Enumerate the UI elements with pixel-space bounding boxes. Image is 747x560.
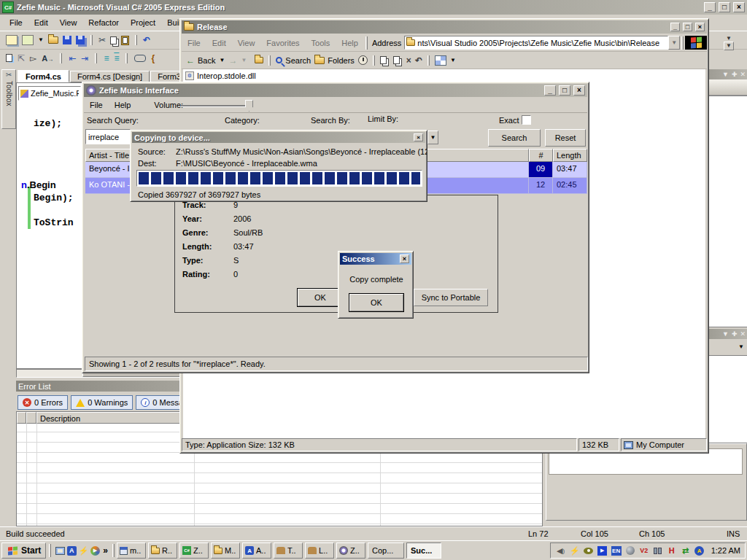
toolbox-tab[interactable]: ✂ Toolbox: [1, 69, 16, 129]
back-button[interactable]: ←Back: [186, 56, 215, 65]
winamp-tray-icon[interactable]: ⚡: [569, 545, 581, 556]
open-file-icon[interactable]: [48, 36, 58, 44]
explorer-menu-edit[interactable]: Edit: [206, 37, 232, 49]
volume-slider-thumb[interactable]: [245, 100, 253, 112]
file-item[interactable]: ⚙ Interop.stdole.dll: [185, 71, 256, 80]
explorer-menu-view[interactable]: View: [232, 37, 261, 49]
success-close-button[interactable]: ×: [400, 254, 409, 263]
language-indicator[interactable]: EN: [611, 545, 622, 556]
quicklaunch-aim-icon[interactable]: A: [66, 545, 77, 556]
dock-content-2[interactable]: [705, 355, 747, 443]
category-dropdown-icon[interactable]: ▼: [427, 131, 438, 144]
save-all-icon[interactable]: [76, 36, 85, 44]
outdent-icon[interactable]: ⇤: [69, 54, 76, 63]
explorer-titlebar[interactable]: Release _ □ ×: [182, 20, 707, 34]
sync-to-portable-button[interactable]: Sync to Portable: [414, 289, 488, 306]
quicklaunch-mediaplayer-icon[interactable]: ▶: [89, 545, 101, 556]
task-button-copying[interactable]: Cop...: [368, 542, 404, 559]
row2-number[interactable]: 12: [529, 178, 553, 194]
move-to-icon[interactable]: [380, 56, 387, 64]
errors-filter-button[interactable]: ✕ 0 Errors: [18, 395, 68, 410]
dock-menu-icon[interactable]: ▼: [722, 71, 729, 78]
error-col-icon[interactable]: [17, 412, 26, 424]
zefie-maximize-button[interactable]: □: [559, 85, 570, 96]
pin-icon[interactable]: ✚: [732, 330, 738, 338]
tab-form4-cs[interactable]: Form4.cs: [18, 70, 69, 82]
undo-icon[interactable]: ↶: [415, 56, 422, 65]
task-button-l[interactable]: L..: [305, 542, 334, 559]
vs-close-button[interactable]: ×: [733, 2, 745, 12]
error-col-order[interactable]: [26, 412, 36, 424]
find-symbol-icon[interactable]: A→: [42, 54, 53, 63]
up-icon[interactable]: ↑: [250, 55, 263, 66]
success-titlebar[interactable]: Success ×: [340, 253, 411, 265]
search-query-input[interactable]: irreplace: [85, 129, 131, 144]
undo-icon[interactable]: ↶: [143, 36, 150, 44]
globe-tray-icon[interactable]: [624, 545, 636, 556]
volume-slider-track[interactable]: [181, 105, 251, 106]
address-input[interactable]: nts\Visual Studio 2005\Projects\Zefie Mu…: [404, 36, 668, 50]
add-item-icon[interactable]: [22, 35, 34, 45]
reset-button[interactable]: Reset: [545, 129, 586, 147]
row2-length[interactable]: 02:45: [553, 178, 587, 194]
navigate-icon[interactable]: ⇱: [18, 54, 25, 63]
tab-form4-design[interactable]: Form4.cs [Design]: [70, 71, 150, 82]
dock-content[interactable]: [705, 96, 747, 327]
vs-menu-refactor[interactable]: Refactor: [82, 17, 125, 28]
add-item-dropdown-icon[interactable]: ▼: [38, 37, 44, 43]
vs-menu-edit[interactable]: Edit: [28, 17, 54, 28]
explorer-menu-favorites[interactable]: Favorites: [260, 37, 305, 49]
forward-dropdown-icon[interactable]: ▼: [241, 58, 247, 63]
copying-titlebar[interactable]: Copying to device... ×: [132, 132, 425, 143]
zefie-titlebar[interactable]: Zefie Music Interface _ □ ×: [84, 84, 587, 97]
copy-icon[interactable]: [110, 36, 117, 44]
overflow-grip-icon[interactable]: ▼: [724, 42, 734, 50]
explorer-minimize-button[interactable]: _: [670, 23, 680, 31]
back-dropdown-icon[interactable]: ▼: [219, 58, 225, 63]
success-ok-button[interactable]: OK: [349, 294, 403, 311]
brace-icon[interactable]: {: [151, 54, 155, 63]
explorer-menu-help[interactable]: Help: [336, 37, 364, 49]
row1-number[interactable]: 09: [529, 162, 553, 178]
vs-restore-button[interactable]: □: [719, 2, 730, 12]
task-button-success[interactable]: Suc...: [406, 542, 441, 559]
delete-icon[interactable]: ×: [406, 56, 411, 65]
task-button-vs[interactable]: C#Z..: [179, 542, 209, 559]
dock-close-icon[interactable]: ✕: [740, 330, 746, 338]
history-icon[interactable]: [358, 55, 368, 65]
quicklaunch-winamp-icon[interactable]: ⚡: [77, 545, 89, 556]
folders-button[interactable]: Folders: [314, 56, 355, 65]
player-tray-icon[interactable]: ▶: [597, 545, 608, 556]
bookmark-toggle-icon[interactable]: ≡: [114, 54, 119, 63]
explorer-maximize-button[interactable]: □: [683, 23, 692, 31]
pump-tray-icon[interactable]: H: [666, 545, 678, 556]
dock-dropdown-icon[interactable]: ▼: [738, 343, 744, 350]
new-project-icon[interactable]: [6, 35, 18, 45]
explorer-menu-file[interactable]: File: [182, 37, 206, 49]
aim-tray-icon[interactable]: A: [694, 545, 705, 556]
views-dropdown-icon[interactable]: ▼: [450, 58, 456, 63]
volume-tray-icon[interactable]: ◀): [555, 545, 567, 556]
indent-icon[interactable]: ⇥: [81, 54, 88, 63]
copying-close-button[interactable]: ×: [414, 133, 423, 141]
zefie-minimize-button[interactable]: _: [544, 85, 556, 96]
clock[interactable]: 1:22 AM: [711, 546, 740, 555]
views-icon[interactable]: [435, 55, 446, 66]
ok-button[interactable]: OK: [298, 289, 343, 306]
task-button-music-folder[interactable]: M..: [211, 542, 240, 559]
vs-titlebar[interactable]: C# Zefie Music - Microsoft Visual C# 200…: [0, 0, 747, 15]
pin-icon[interactable]: ✚: [732, 71, 738, 78]
explorer-close-button[interactable]: ×: [695, 23, 705, 31]
vs-minimize-button[interactable]: _: [704, 2, 716, 12]
quicklaunch-overflow-icon[interactable]: »: [103, 546, 108, 555]
snippet-icon[interactable]: [134, 55, 146, 62]
col-number[interactable]: #: [529, 149, 553, 162]
sync-tray-icon[interactable]: ⇄: [680, 545, 692, 556]
vs-menu-project[interactable]: Project: [125, 17, 161, 28]
start-button[interactable]: Start: [1, 542, 46, 559]
task-button-aim[interactable]: AA..: [242, 542, 271, 559]
zefie-menu-file[interactable]: File: [84, 99, 109, 111]
task-button-release[interactable]: R..: [148, 542, 177, 559]
warnings-filter-button[interactable]: 0 Warnings: [71, 395, 133, 410]
dock-close-icon[interactable]: ✕: [740, 71, 746, 78]
